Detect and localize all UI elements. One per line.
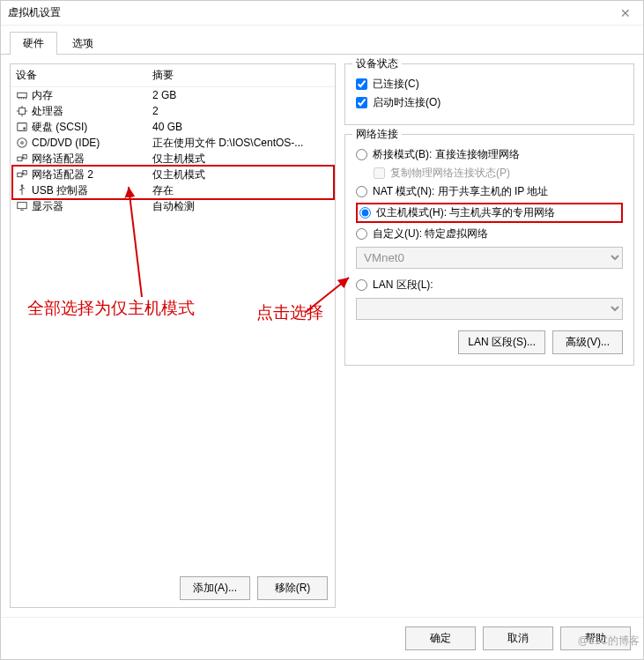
lan-radio[interactable]: LAN 区段(L): xyxy=(356,278,623,293)
tab-hardware[interactable]: 硬件 xyxy=(10,32,57,55)
hostonly-label: 仅主机模式(H): 与主机共享的专用网络 xyxy=(376,205,555,220)
vmnet-select: VMnet0 xyxy=(356,247,623,269)
network-connection-group: 网络连接 桥接模式(B): 直接连接物理网络 复制物理网络连接状态(P) NAT… xyxy=(344,134,634,366)
replicate-checkbox: 复制物理网络连接状态(P) xyxy=(374,166,623,181)
device-status-title: 设备状态 xyxy=(352,56,402,71)
device-status-group: 设备状态 已连接(C) 启动时连接(O) xyxy=(344,63,634,125)
connected-checkbox[interactable]: 已连接(C) xyxy=(356,77,623,92)
ok-button[interactable]: 确定 xyxy=(405,627,476,650)
display-icon xyxy=(16,200,28,212)
list-item[interactable]: 显示器自动检测 xyxy=(11,198,335,214)
svg-point-14 xyxy=(18,138,27,148)
connected-input[interactable] xyxy=(356,78,367,90)
bridged-input[interactable] xyxy=(356,149,367,160)
add-button[interactable]: 添加(A)... xyxy=(180,576,250,600)
window-title: 虚拟机设置 xyxy=(8,5,61,20)
disk-icon xyxy=(16,121,28,133)
advanced-button[interactable]: 高级(V)... xyxy=(552,330,623,354)
header-device: 设备 xyxy=(11,64,147,86)
svg-rect-23 xyxy=(18,203,27,209)
remove-button[interactable]: 移除(R) xyxy=(257,576,328,600)
replicate-label: 复制物理网络连接状态(P) xyxy=(390,166,510,181)
custom-radio[interactable]: 自定义(U): 特定虚拟网络 xyxy=(356,226,623,241)
lan-label: LAN 区段(L): xyxy=(373,278,433,293)
content-area: 全部选择为仅主机模式 点击选择 设备 摘要 内存2 GB处理器2硬盘 (SCSI… xyxy=(1,55,643,617)
nat-input[interactable] xyxy=(356,186,367,197)
dialog-footer: 确定 取消 帮助 xyxy=(1,617,643,659)
titlebar: 虚拟机设置 ✕ xyxy=(1,1,643,26)
svg-rect-7 xyxy=(19,108,26,115)
network-buttons: LAN 区段(S)... 高级(V)... xyxy=(356,330,623,354)
svg-point-22 xyxy=(21,185,23,187)
lan-segment-button[interactable]: LAN 区段(S)... xyxy=(458,330,545,354)
device-name: 显示器 xyxy=(32,199,63,214)
svg-rect-16 xyxy=(18,157,22,160)
hostonly-radio[interactable]: 仅主机模式(H): 与主机共享的专用网络 xyxy=(359,205,619,220)
close-icon[interactable]: ✕ xyxy=(615,6,636,20)
svg-rect-12 xyxy=(18,123,27,131)
lan-input[interactable] xyxy=(356,279,367,291)
hostonly-highlight: 仅主机模式(H): 与主机共享的专用网络 xyxy=(356,203,623,223)
network-title: 网络连接 xyxy=(352,127,402,142)
svg-rect-2 xyxy=(18,93,27,97)
replicate-input xyxy=(374,167,385,179)
svg-point-13 xyxy=(24,128,26,130)
device-list[interactable]: 设备 摘要 内存2 GB处理器2硬盘 (SCSI)40 GBCD/DVD (ID… xyxy=(11,64,335,569)
settings-panel: 设备状态 已连接(C) 启动时连接(O) 网络连接 桥接模式(B): 直接连接物… xyxy=(344,63,634,608)
tab-options[interactable]: 选项 xyxy=(59,32,107,55)
nat-label: NAT 模式(N): 用于共享主机的 IP 地址 xyxy=(373,184,548,199)
custom-label: 自定义(U): 特定虚拟网络 xyxy=(373,226,488,241)
lan-select xyxy=(356,298,623,320)
cancel-button[interactable]: 取消 xyxy=(483,627,553,650)
connect-on-input[interactable] xyxy=(356,97,367,108)
hostonly-input[interactable] xyxy=(359,207,371,219)
device-name: 硬盘 (SCSI) xyxy=(32,120,87,135)
device-summary: 自动检测 xyxy=(147,196,335,218)
device-panel: 设备 摘要 内存2 GB处理器2硬盘 (SCSI)40 GBCD/DVD (ID… xyxy=(10,63,336,608)
tabstrip: 硬件 选项 xyxy=(1,26,643,55)
header-summary: 摘要 xyxy=(147,64,335,86)
custom-input[interactable] xyxy=(356,228,367,240)
watermark: @51C的博客 xyxy=(578,634,640,649)
connected-label: 已连接(C) xyxy=(373,77,419,92)
connect-on-checkbox[interactable]: 启动时连接(O) xyxy=(356,95,623,110)
connect-on-label: 启动时连接(O) xyxy=(373,95,440,110)
svg-point-15 xyxy=(21,142,24,145)
svg-rect-19 xyxy=(18,173,22,176)
nat-radio[interactable]: NAT 模式(N): 用于共享主机的 IP 地址 xyxy=(356,184,623,199)
bridged-label: 桥接模式(B): 直接连接物理网络 xyxy=(373,147,520,162)
bridged-radio[interactable]: 桥接模式(B): 直接连接物理网络 xyxy=(356,147,623,162)
vm-settings-window: 虚拟机设置 ✕ 硬件 选项 全部选择为仅主机模式 点击选择 设备 摘要 内存2 … xyxy=(0,0,644,660)
device-buttons: 添加(A)... 移除(R) xyxy=(11,569,335,607)
